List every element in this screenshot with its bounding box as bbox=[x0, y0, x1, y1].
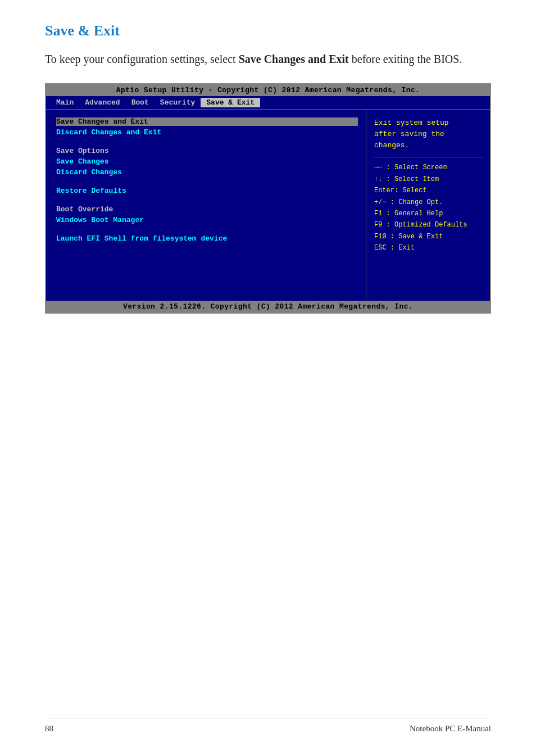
bios-footer: Version 2.15.1226. Copyright (C) 2012 Am… bbox=[46, 301, 490, 313]
bios-option-efi-shell[interactable]: Launch EFI Shell from filesystem device bbox=[56, 234, 358, 243]
intro-text-end: before exiting the BIOS. bbox=[349, 53, 462, 65]
bios-right-panel: Exit system setupafter saving thechanges… bbox=[366, 110, 490, 301]
nav-select-item: ↑↓ : Select Item bbox=[374, 174, 483, 185]
bios-nav-help: →← : Select Screen ↑↓ : Select Item Ente… bbox=[374, 157, 483, 253]
bios-menu-main[interactable]: Main bbox=[51, 98, 79, 107]
nav-key-updown: ↑↓ bbox=[374, 175, 382, 183]
nav-esc: ESC : Exit bbox=[374, 242, 483, 253]
intro-text-start: To keep your configuration settings, sel… bbox=[45, 53, 239, 65]
bios-option-discard-exit[interactable]: Discard Changes and Exit bbox=[56, 128, 358, 137]
nav-f1: F1 : General Help bbox=[374, 208, 483, 219]
page-footer-title: Notebook PC E-Manual bbox=[410, 724, 491, 734]
bios-option-windows-boot[interactable]: Windows Boot Manager bbox=[56, 216, 358, 224]
bios-option-restore-defaults[interactable]: Restore Defaults bbox=[56, 187, 358, 195]
page-number: 88 bbox=[45, 724, 53, 734]
bios-option-save-exit[interactable]: Save Changes and Exit bbox=[56, 117, 358, 126]
page-title: Save & Exit bbox=[45, 22, 491, 39]
bios-body: Save Changes and Exit Discard Changes an… bbox=[46, 110, 490, 301]
bios-screen: Aptio Setup Utility - Copyright (C) 2012… bbox=[45, 83, 491, 314]
nav-select-screen: →← : Select Screen bbox=[374, 162, 483, 173]
intro-bold: Save Changes and Exit bbox=[239, 53, 349, 65]
bios-menu-security[interactable]: Security bbox=[155, 98, 201, 107]
bios-menu-boot[interactable]: Boot bbox=[126, 98, 155, 107]
bios-section-save-options: Save Options bbox=[56, 147, 358, 155]
bios-option-save-changes[interactable]: Save Changes bbox=[56, 157, 358, 166]
nav-change: +/− : Change Opt. bbox=[374, 197, 483, 208]
bios-help-text: Exit system setupafter saving thechanges… bbox=[374, 117, 483, 151]
bios-option-discard-changes[interactable]: Discard Changes bbox=[56, 168, 358, 176]
nav-f10: F10 : Save & Exit bbox=[374, 231, 483, 242]
bios-section-boot-override: Boot Override bbox=[56, 205, 358, 214]
bios-menu-save-exit[interactable]: Save & Exit bbox=[201, 98, 260, 107]
bios-menu-bar: Main Advanced Boot Security Save & Exit bbox=[46, 96, 490, 110]
bios-left-panel: Save Changes and Exit Discard Changes an… bbox=[46, 110, 366, 301]
bios-title-bar: Aptio Setup Utility - Copyright (C) 2012… bbox=[46, 84, 490, 96]
bios-menu-advanced[interactable]: Advanced bbox=[79, 98, 125, 107]
nav-f9: F9 : Optimized Defaults bbox=[374, 219, 483, 230]
intro-paragraph: To keep your configuration settings, sel… bbox=[45, 51, 491, 67]
page-footer: 88 Notebook PC E-Manual bbox=[45, 718, 491, 734]
nav-enter: Enter: Select bbox=[374, 185, 483, 196]
nav-key-arrows: →← bbox=[374, 164, 382, 171]
